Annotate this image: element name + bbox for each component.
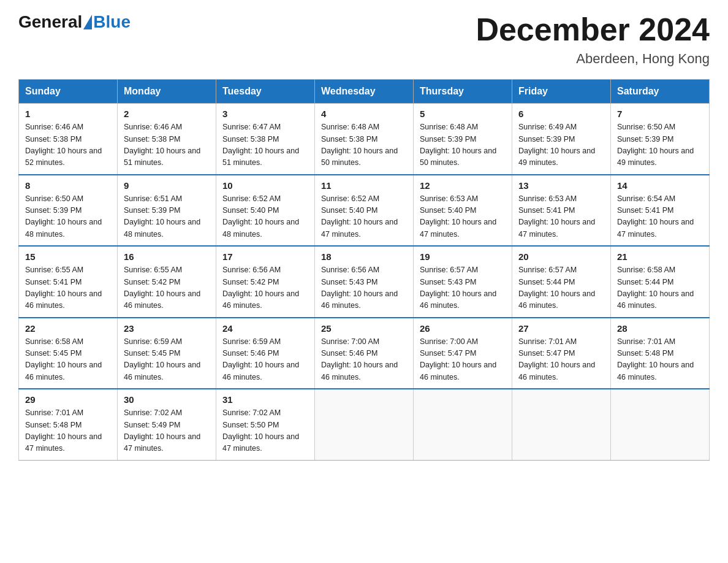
calendar-day-cell: 6Sunrise: 6:49 AMSunset: 5:39 PMDaylight… — [512, 104, 611, 175]
calendar-day-cell: 30Sunrise: 7:02 AMSunset: 5:49 PMDayligh… — [118, 389, 216, 460]
day-number: 25 — [321, 323, 407, 334]
logo-blue-text: Blue — [93, 12, 131, 32]
day-info: Sunrise: 6:53 AMSunset: 5:40 PMDaylight:… — [420, 193, 506, 241]
calendar-day-cell: 21Sunrise: 6:58 AMSunset: 5:44 PMDayligh… — [611, 246, 710, 318]
day-number: 15 — [25, 251, 111, 262]
weekday-header-monday: Monday — [118, 80, 216, 104]
day-info: Sunrise: 6:51 AMSunset: 5:39 PMDaylight:… — [124, 193, 210, 241]
day-number: 11 — [321, 180, 407, 191]
day-info: Sunrise: 6:49 AMSunset: 5:39 PMDaylight:… — [518, 121, 604, 169]
day-number: 7 — [617, 109, 703, 119]
title-block: December 2024 Aberdeen, Hong Kong — [476, 12, 710, 67]
calendar-day-cell: 23Sunrise: 6:59 AMSunset: 5:45 PMDayligh… — [118, 318, 216, 389]
day-number: 18 — [321, 251, 407, 262]
day-info: Sunrise: 6:47 AMSunset: 5:38 PMDaylight:… — [222, 121, 308, 169]
day-number: 16 — [124, 251, 210, 262]
calendar-day-cell: 2Sunrise: 6:46 AMSunset: 5:38 PMDaylight… — [118, 104, 216, 175]
day-number: 6 — [518, 109, 604, 119]
calendar-day-cell: 1Sunrise: 6:46 AMSunset: 5:38 PMDaylight… — [19, 104, 118, 175]
day-number: 30 — [124, 394, 210, 405]
day-number: 2 — [124, 109, 210, 119]
calendar-day-cell: 15Sunrise: 6:55 AMSunset: 5:41 PMDayligh… — [19, 246, 118, 318]
day-info: Sunrise: 6:52 AMSunset: 5:40 PMDaylight:… — [222, 193, 308, 241]
calendar-day-cell: 9Sunrise: 6:51 AMSunset: 5:39 PMDaylight… — [118, 175, 216, 247]
calendar-day-cell: 27Sunrise: 7:01 AMSunset: 5:47 PMDayligh… — [512, 318, 611, 389]
day-number: 13 — [518, 180, 604, 191]
day-number: 19 — [420, 251, 506, 262]
day-info: Sunrise: 6:55 AMSunset: 5:42 PMDaylight:… — [124, 264, 210, 312]
day-number: 31 — [222, 394, 308, 405]
day-number: 24 — [222, 323, 308, 334]
day-info: Sunrise: 6:46 AMSunset: 5:38 PMDaylight:… — [124, 121, 210, 169]
weekday-header-friday: Friday — [512, 80, 611, 104]
logo: General Blue — [18, 12, 131, 32]
calendar-day-cell: 12Sunrise: 6:53 AMSunset: 5:40 PMDayligh… — [414, 175, 512, 247]
calendar-day-cell: 31Sunrise: 7:02 AMSunset: 5:50 PMDayligh… — [216, 389, 315, 460]
day-info: Sunrise: 6:48 AMSunset: 5:38 PMDaylight:… — [321, 121, 407, 169]
day-number: 29 — [25, 394, 111, 405]
day-number: 20 — [518, 251, 604, 262]
day-info: Sunrise: 6:53 AMSunset: 5:41 PMDaylight:… — [518, 193, 604, 241]
day-number: 9 — [124, 180, 210, 191]
day-info: Sunrise: 6:57 AMSunset: 5:43 PMDaylight:… — [420, 264, 506, 312]
day-number: 21 — [617, 251, 703, 262]
weekday-header-saturday: Saturday — [611, 80, 710, 104]
calendar-week-row: 8Sunrise: 6:50 AMSunset: 5:39 PMDaylight… — [19, 175, 710, 247]
day-info: Sunrise: 6:50 AMSunset: 5:39 PMDaylight:… — [25, 193, 111, 241]
day-number: 27 — [518, 323, 604, 334]
day-number: 22 — [25, 323, 111, 334]
day-info: Sunrise: 7:00 AMSunset: 5:46 PMDaylight:… — [321, 336, 407, 384]
day-info: Sunrise: 6:50 AMSunset: 5:39 PMDaylight:… — [617, 121, 703, 169]
logo-general-text: General — [18, 12, 82, 32]
day-info: Sunrise: 6:55 AMSunset: 5:41 PMDaylight:… — [25, 264, 111, 312]
calendar-week-row: 1Sunrise: 6:46 AMSunset: 5:38 PMDaylight… — [19, 104, 710, 175]
day-number: 17 — [222, 251, 308, 262]
day-number: 4 — [321, 109, 407, 119]
calendar-day-cell — [414, 389, 512, 460]
logo-triangle-icon — [83, 15, 92, 29]
day-number: 8 — [25, 180, 111, 191]
day-number: 23 — [124, 323, 210, 334]
day-info: Sunrise: 6:54 AMSunset: 5:41 PMDaylight:… — [617, 193, 703, 241]
day-number: 1 — [25, 109, 111, 119]
day-info: Sunrise: 6:52 AMSunset: 5:40 PMDaylight:… — [321, 193, 407, 241]
day-number: 5 — [420, 109, 506, 119]
calendar-day-cell — [512, 389, 611, 460]
day-number: 3 — [222, 109, 308, 119]
day-info: Sunrise: 7:01 AMSunset: 5:48 PMDaylight:… — [617, 336, 703, 384]
calendar-day-cell: 24Sunrise: 6:59 AMSunset: 5:46 PMDayligh… — [216, 318, 315, 389]
day-info: Sunrise: 7:02 AMSunset: 5:50 PMDaylight:… — [222, 407, 308, 455]
weekday-header-wednesday: Wednesday — [315, 80, 414, 104]
calendar-day-cell: 26Sunrise: 7:00 AMSunset: 5:47 PMDayligh… — [414, 318, 512, 389]
day-info: Sunrise: 6:58 AMSunset: 5:45 PMDaylight:… — [25, 336, 111, 384]
weekday-header-tuesday: Tuesday — [216, 80, 315, 104]
calendar-day-cell: 22Sunrise: 6:58 AMSunset: 5:45 PMDayligh… — [19, 318, 118, 389]
calendar-day-cell: 3Sunrise: 6:47 AMSunset: 5:38 PMDaylight… — [216, 104, 315, 175]
day-info: Sunrise: 7:01 AMSunset: 5:48 PMDaylight:… — [25, 407, 111, 455]
day-number: 12 — [420, 180, 506, 191]
calendar-day-cell: 7Sunrise: 6:50 AMSunset: 5:39 PMDaylight… — [611, 104, 710, 175]
calendar-day-cell: 14Sunrise: 6:54 AMSunset: 5:41 PMDayligh… — [611, 175, 710, 247]
weekday-header-thursday: Thursday — [414, 80, 512, 104]
calendar-day-cell — [611, 389, 710, 460]
day-info: Sunrise: 6:46 AMSunset: 5:38 PMDaylight:… — [25, 121, 111, 169]
day-info: Sunrise: 6:57 AMSunset: 5:44 PMDaylight:… — [518, 264, 604, 312]
calendar-day-cell: 5Sunrise: 6:48 AMSunset: 5:39 PMDaylight… — [414, 104, 512, 175]
day-info: Sunrise: 7:01 AMSunset: 5:47 PMDaylight:… — [518, 336, 604, 384]
day-info: Sunrise: 6:56 AMSunset: 5:43 PMDaylight:… — [321, 264, 407, 312]
calendar-day-cell: 11Sunrise: 6:52 AMSunset: 5:40 PMDayligh… — [315, 175, 414, 247]
calendar-day-cell: 8Sunrise: 6:50 AMSunset: 5:39 PMDaylight… — [19, 175, 118, 247]
calendar-week-row: 22Sunrise: 6:58 AMSunset: 5:45 PMDayligh… — [19, 318, 710, 389]
calendar-week-row: 15Sunrise: 6:55 AMSunset: 5:41 PMDayligh… — [19, 246, 710, 318]
calendar-day-cell: 29Sunrise: 7:01 AMSunset: 5:48 PMDayligh… — [19, 389, 118, 460]
calendar-day-cell: 25Sunrise: 7:00 AMSunset: 5:46 PMDayligh… — [315, 318, 414, 389]
day-number: 14 — [617, 180, 703, 191]
calendar-day-cell: 10Sunrise: 6:52 AMSunset: 5:40 PMDayligh… — [216, 175, 315, 247]
day-info: Sunrise: 6:59 AMSunset: 5:46 PMDaylight:… — [222, 336, 308, 384]
day-number: 10 — [222, 180, 308, 191]
day-info: Sunrise: 7:02 AMSunset: 5:49 PMDaylight:… — [124, 407, 210, 455]
page-header: General Blue December 2024 Aberdeen, Hon… — [18, 12, 710, 67]
calendar-header-row: SundayMondayTuesdayWednesdayThursdayFrid… — [19, 80, 710, 104]
calendar-day-cell: 20Sunrise: 6:57 AMSunset: 5:44 PMDayligh… — [512, 246, 611, 318]
day-number: 26 — [420, 323, 506, 334]
